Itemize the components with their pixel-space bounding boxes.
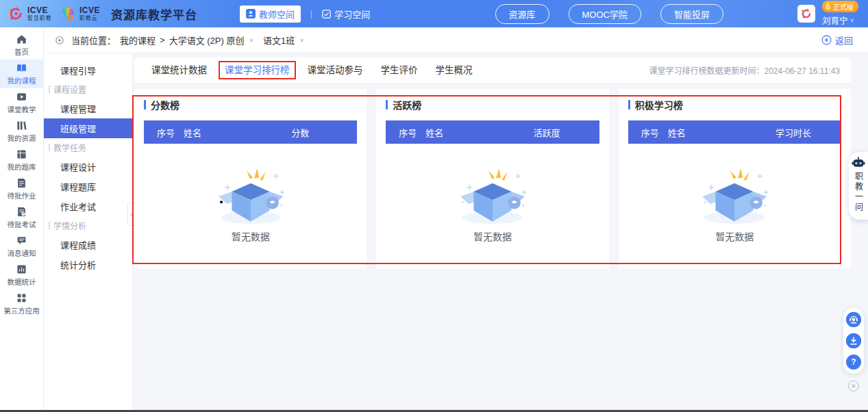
apps-icon — [16, 293, 27, 303]
download-button[interactable] — [846, 333, 861, 348]
title-accent-bar — [628, 100, 630, 110]
quick-links: 资源库 MOOC学院 智能投屏 — [495, 4, 723, 24]
menu-item-homework-exam[interactable]: 作业考试 — [44, 196, 132, 216]
logo2-sub: 职教云 — [79, 16, 100, 21]
version-badge-label: 正式版 — [833, 1, 854, 12]
chevron-down-icon[interactable]: ∨ — [299, 38, 304, 43]
location-icon — [55, 36, 64, 45]
breadcrumb-root[interactable]: 我的课程 — [120, 34, 156, 47]
tab-student-evaluation[interactable]: 学生评价 — [372, 57, 427, 83]
avatar[interactable] — [797, 5, 815, 23]
column-score: 分数 — [291, 126, 357, 139]
smart-cast-button[interactable]: 智能投屏 — [660, 4, 723, 24]
nav-student-space[interactable]: 学习空间 — [322, 8, 370, 21]
activity-board-card: 活跃榜 序号 姓名 活跃度 — [376, 89, 608, 268]
sidebar-item-my-resources[interactable]: 我的资源 — [0, 117, 43, 146]
menu-item-course-design[interactable]: 课程设计 — [44, 157, 132, 177]
logo2-name: ICVE — [79, 6, 100, 14]
column-name: 姓名 — [184, 126, 291, 139]
chevron-down-icon[interactable]: ∨ — [249, 38, 253, 43]
back-button[interactable]: 返回 — [821, 34, 853, 47]
breadcrumb-course[interactable]: 大学语文 (2P) 原创 — [169, 34, 245, 47]
avatar-logo-icon — [800, 8, 813, 20]
tab-learning-ranking[interactable]: 课堂学习排行榜 — [216, 57, 299, 83]
menu-item-course-management[interactable]: 课程管理 — [44, 99, 132, 118]
empty-box-illustration — [452, 162, 533, 227]
tab-student-overview[interactable]: 学生概况 — [427, 57, 482, 83]
empty-state: 暂无数据 — [386, 144, 599, 261]
customer-service-button[interactable] — [846, 312, 861, 327]
sidebar-item-notifications[interactable]: 消息通知 — [0, 232, 43, 261]
column-index: 序号 — [628, 126, 668, 139]
menu-section-teaching-tasks: 教学任务 — [44, 138, 132, 157]
nav-teacher-space[interactable]: 教师空间 — [240, 5, 301, 23]
logo1-sub: 智慧职教 — [27, 16, 52, 21]
menu-item-course-grades[interactable]: 课程成绩 — [44, 235, 132, 255]
sidebar-item-homework-to-grade[interactable]: 待批作业 — [0, 175, 43, 203]
sidebar-item-home[interactable]: 首页 — [0, 31, 43, 60]
sidebar-item-my-question-bank[interactable]: 我的题库 — [0, 146, 43, 175]
question-mark-icon: ? — [851, 357, 856, 367]
sidebar-item-classroom-teaching[interactable]: 课堂教学 — [0, 88, 43, 117]
message-icon — [16, 235, 27, 246]
menu-item-class-management[interactable]: 班级管理 — [44, 118, 132, 138]
empty-text: 暂无数据 — [232, 229, 270, 243]
help-button[interactable]: ? — [846, 355, 861, 370]
back-label: 返回 — [835, 34, 853, 47]
sidebar-item-my-courses[interactable]: 我的课程 — [0, 60, 43, 88]
nav-student-label: 学习空间 — [334, 8, 370, 21]
version-badge: 正式版 — [822, 1, 858, 12]
tab-class-statistics[interactable]: 课堂统计数据 — [142, 57, 216, 83]
tabs-bar: 课堂统计数据 课堂学习排行榜 课堂活动参与 学生评价 学生概况 课堂学习排行榜数… — [134, 57, 851, 83]
tab-activity-participation[interactable]: 课堂活动参与 — [299, 57, 372, 83]
back-arrow-icon — [821, 35, 832, 45]
sidebar-item-third-party-apps[interactable]: 第三方应用 — [0, 289, 43, 318]
icve-swirl-icon — [7, 5, 25, 23]
chevron-down-icon: ∨ — [850, 18, 855, 23]
mooc-college-button[interactable]: MOOC学院 — [569, 4, 641, 24]
sidebar-item-exams-to-grade[interactable]: 待批考试 — [0, 203, 43, 232]
menu-item-statistical-analysis[interactable]: 统计分析 — [44, 255, 132, 274]
column-activity: 活跃度 — [534, 126, 599, 139]
home-icon — [16, 34, 27, 44]
title-accent-bar — [386, 100, 388, 110]
logo1-name: ICVE — [27, 6, 52, 14]
brand-area: ICVE 智慧职教 ICVE 职教云 资源库教学平台 — [7, 5, 197, 23]
column-name: 姓名 — [425, 126, 533, 139]
assistant-label: 职教一问 — [853, 172, 865, 213]
icve-zhihui-logo[interactable]: ICVE 智慧职教 — [7, 5, 52, 23]
assistant-widget[interactable]: 职教一问 — [849, 152, 868, 220]
card-title: 积极学习榜 — [635, 98, 683, 112]
menu-item-course-question-bank[interactable]: 课程题库 — [44, 177, 132, 196]
breadcrumb-class[interactable]: 语文1班 — [263, 34, 295, 47]
main-content: 课堂统计数据 课堂学习排行榜 课堂活动参与 学生评价 学生概况 课堂学习排行榜数… — [133, 53, 868, 410]
headset-icon — [846, 312, 861, 327]
icve-zhijiaoyun-logo[interactable]: ICVE 职教云 — [58, 5, 100, 23]
statistics-icon — [16, 264, 27, 274]
empty-state: 暂无数据 — [628, 144, 841, 261]
nav-teacher-label: 教师空间 — [259, 8, 295, 21]
floating-action-stack: ? — [843, 308, 864, 374]
exam-icon — [16, 207, 27, 217]
menu-section-learning-analysis: 学情分析 — [44, 216, 132, 235]
user-name-label: 刘育宁 — [822, 14, 848, 27]
column-index: 序号 — [386, 126, 425, 139]
breadcrumb-label: 当前位置： — [71, 34, 116, 47]
app-header: ICVE 智慧职教 ICVE 职教云 资源库教学平台 — [0, 0, 868, 27]
update-timestamp: 课堂学习排行榜数据更新时间：2024-06-27 16:11:43 — [649, 64, 840, 76]
nav-divider: | — [310, 9, 312, 18]
resource-lib-button[interactable]: 资源库 — [495, 4, 549, 24]
question-bank-icon — [16, 149, 27, 159]
close-floating-button[interactable]: × — [848, 381, 859, 391]
student-space-icon — [322, 10, 331, 18]
title-accent-bar — [144, 100, 146, 110]
sidebar-collapse-handle[interactable]: « — [127, 203, 136, 226]
menu-item-course-guide[interactable]: 课程引导 — [44, 60, 132, 80]
user-menu[interactable]: 刘育宁 ∨ — [822, 14, 854, 27]
robot-icon — [852, 157, 865, 168]
column-study-time: 学习时长 — [776, 126, 841, 139]
shell-icon — [58, 5, 77, 23]
sidebar-item-data-statistics[interactable]: 数据统计 — [0, 261, 43, 289]
card-title: 活跃榜 — [393, 98, 421, 112]
course-menu: 课程引导 课程设置 课程管理 班级管理 教学任务 课程设计 课程题库 作业考试 … — [44, 53, 133, 410]
